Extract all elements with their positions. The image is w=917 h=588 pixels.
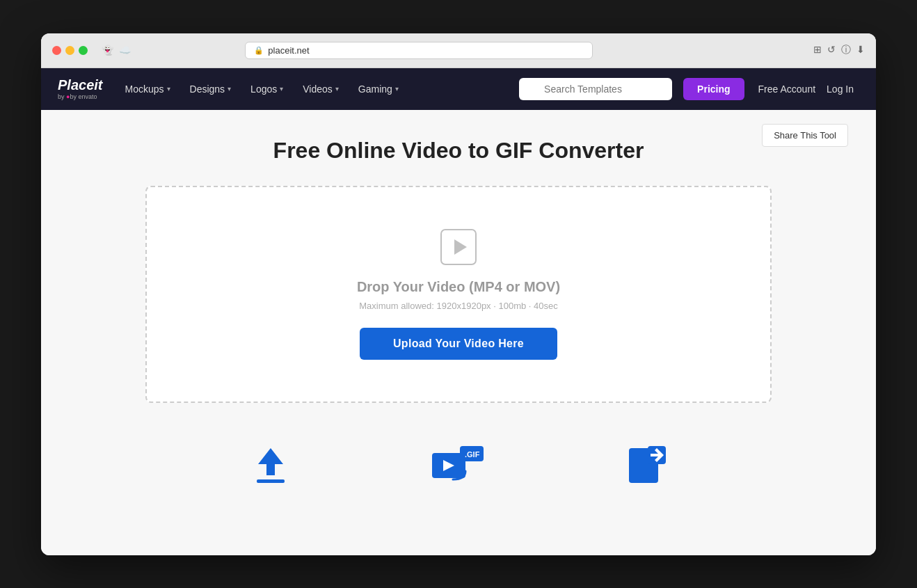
drop-zone-title: Drop Your Video (MP4 or MOV) xyxy=(175,279,742,295)
free-account-link[interactable]: Free Account xyxy=(753,84,822,95)
url-text: placeit.net xyxy=(268,45,309,56)
cloud-icon: ☁️ xyxy=(119,45,131,56)
drop-zone-subtitle: Maximum allowed: 1920x1920px · 100mb · 4… xyxy=(175,301,742,311)
login-link[interactable]: Log In xyxy=(821,84,859,95)
nav-logos[interactable]: Logos ▾ xyxy=(242,78,292,100)
pricing-button[interactable]: Pricing xyxy=(683,78,744,100)
chevron-down-icon: ▾ xyxy=(167,85,170,93)
close-dot[interactable] xyxy=(52,46,61,55)
svg-text:.GIF: .GIF xyxy=(465,450,480,459)
chevron-down-icon: ▾ xyxy=(228,85,231,93)
logo-text: Placeit xyxy=(58,78,102,92)
address-bar[interactable]: 🔒 placeit.net xyxy=(245,42,593,59)
svg-marker-2 xyxy=(258,448,283,475)
share-tool-button[interactable]: Share This Tool xyxy=(762,124,848,147)
logo-sub: by ●by envato xyxy=(58,93,102,100)
browser-window: 👻 ☁️ 🔒 placeit.net ⊞ ↺ ⓘ ⬇ Placeit by ●b… xyxy=(41,33,876,555)
logo[interactable]: Placeit by ●by envato xyxy=(58,78,102,100)
nav-mockups[interactable]: Mockups ▾ xyxy=(116,78,178,100)
svg-marker-1 xyxy=(454,239,467,255)
feature-upload xyxy=(250,445,292,486)
translate-icon[interactable]: ⊞ xyxy=(813,44,822,56)
page-title: Free Online Video to GIF Converter xyxy=(83,138,834,164)
maximize-dot[interactable] xyxy=(79,46,88,55)
nav-designs[interactable]: Designs ▾ xyxy=(182,78,240,100)
logo-placeit: Placeit xyxy=(58,77,102,93)
nav-bar: Placeit by ●by envato Mockups ▾ Designs … xyxy=(41,68,876,110)
browser-icons-left: 👻 ☁️ xyxy=(102,45,131,56)
bottom-features: .GIF xyxy=(83,445,834,486)
svg-rect-12 xyxy=(651,454,660,456)
info-icon[interactable]: ⓘ xyxy=(841,44,851,56)
chevron-down-icon: ▾ xyxy=(335,85,339,93)
minimize-dot[interactable] xyxy=(65,46,74,55)
browser-icons-right: ⊞ ↺ ⓘ ⬇ xyxy=(813,44,865,56)
feature-share xyxy=(625,445,667,486)
refresh-icon[interactable]: ↺ xyxy=(827,44,836,56)
browser-dots xyxy=(52,46,88,55)
search-container: 🔍 xyxy=(519,78,672,100)
nav-gaming[interactable]: Gaming ▾ xyxy=(350,78,407,100)
svg-rect-3 xyxy=(257,479,285,483)
lock-icon: 🔒 xyxy=(254,46,264,55)
nav-items: Mockups ▾ Designs ▾ Logos ▾ Videos ▾ Gam… xyxy=(116,78,519,100)
upload-drop-zone[interactable]: Drop Your Video (MP4 or MOV) Maximum all… xyxy=(145,186,772,403)
feature-convert: .GIF xyxy=(431,445,486,486)
upload-video-button[interactable]: Upload Your Video Here xyxy=(360,328,557,360)
chevron-down-icon: ▾ xyxy=(395,85,399,93)
download-icon[interactable]: ⬇ xyxy=(856,44,865,56)
chevron-down-icon: ▾ xyxy=(280,85,283,93)
browser-titlebar: 👻 ☁️ 🔒 placeit.net ⊞ ↺ ⓘ ⬇ xyxy=(41,33,876,68)
nav-videos[interactable]: Videos ▾ xyxy=(294,78,347,100)
main-content: Share This Tool Free Online Video to GIF… xyxy=(41,110,876,555)
video-play-icon xyxy=(440,229,477,268)
ghost-icon: 👻 xyxy=(102,45,113,56)
search-input[interactable] xyxy=(519,78,672,100)
